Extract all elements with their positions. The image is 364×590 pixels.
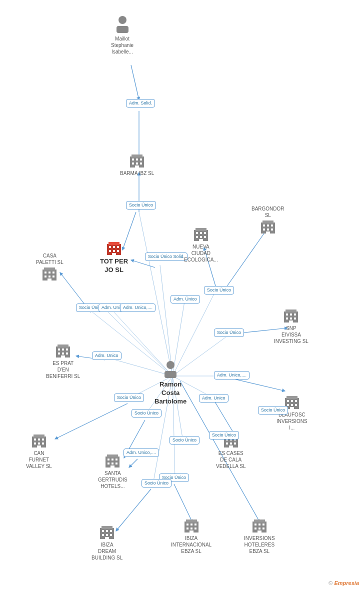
badge-adm-unico-right[interactable]: Adm. Unico,.... <box>214 371 250 380</box>
badge-socio-unico-ramon[interactable]: Socio Único <box>114 394 144 402</box>
maillot-label: Maillot Stephanie Isabelle... <box>111 36 134 55</box>
svg-rect-64 <box>199 239 203 241</box>
badge-socio-unico-ramon2[interactable]: Socio Único <box>132 409 162 418</box>
svg-rect-138 <box>110 466 114 468</box>
adm-unico-right-badge[interactable]: Adm. Unico,.... <box>214 371 250 380</box>
building-icon-barma <box>129 152 145 168</box>
socio-unico-santa-badge[interactable]: Socio Único <box>170 436 200 444</box>
nueva-label: NUEVA CIUDAD ECOLOGICA... <box>184 244 218 263</box>
svg-rect-165 <box>258 530 262 532</box>
svg-rect-131 <box>107 454 118 458</box>
adm-unico-tot2-badge[interactable]: Adm. Unico,.... <box>120 304 156 312</box>
badge-adm-solid-top[interactable]: Adm. Solid. <box>126 99 155 108</box>
node-ibiza-internacional[interactable]: IBIZA INTERNACIONAL EBZA SL <box>171 518 212 554</box>
svg-rect-144 <box>102 534 104 536</box>
badge-adm-unico-tot2[interactable]: Adm. Unico,.... <box>120 304 156 312</box>
svg-line-20 <box>139 212 172 376</box>
svg-rect-51 <box>117 246 119 248</box>
svg-rect-105 <box>287 400 289 402</box>
svg-rect-86 <box>290 314 292 316</box>
badge-adm-unico-prat[interactable]: Adm. Unico <box>92 352 122 360</box>
socio-unico-blaufosc-badge[interactable]: Socio Único <box>258 406 288 414</box>
socio-unico-dream-badge[interactable]: Socio Único <box>142 479 172 488</box>
node-ibiza-dream[interactable]: IBIZA DREAM BUILDING SL <box>92 524 122 561</box>
badge-socio-unico-barma[interactable]: Socio Único <box>126 201 156 210</box>
watermark: © Empresia <box>328 580 359 586</box>
blaufosc-label: BLAUFOSC INVERSIONS I... <box>276 412 308 431</box>
badge-socio-unico-blaufosc[interactable]: Socio Único <box>258 406 288 414</box>
svg-rect-118 <box>38 442 40 444</box>
badge-adm-unico-santa[interactable]: Adm. Unico,.... <box>124 448 159 457</box>
socio-unico-nueva-badge[interactable]: Socio Único <box>204 286 234 294</box>
badge-socio-unico-dream[interactable]: Socio Único <box>142 479 172 488</box>
barma-label: BARMA IBZ SL <box>120 170 154 176</box>
svg-rect-62 <box>200 236 202 238</box>
svg-rect-147 <box>105 537 109 539</box>
node-snp[interactable]: SNP EIVISSA INVESTING SL <box>274 308 308 344</box>
svg-rect-149 <box>186 520 197 522</box>
svg-rect-97 <box>58 352 60 354</box>
socio-unico-ramon-badge[interactable]: Socio Único <box>114 394 144 402</box>
svg-rect-44 <box>136 162 138 164</box>
adm-solid-badge[interactable]: Adm. Solid. <box>126 99 155 108</box>
svg-rect-75 <box>44 268 55 270</box>
svg-rect-164 <box>262 528 264 530</box>
svg-rect-111 <box>290 407 294 409</box>
svg-rect-87 <box>294 314 296 316</box>
svg-rect-67 <box>263 224 265 226</box>
node-santa-gertrudis[interactable]: SANTA GERTRUDIS HOTELS... <box>98 452 128 490</box>
svg-rect-159 <box>254 524 256 526</box>
svg-rect-129 <box>229 446 233 448</box>
socio-unico-snp-badge[interactable]: Socio Único <box>214 328 244 337</box>
node-es-prat[interactable]: ES PRAT D'EN BENIFERRI SL <box>46 342 80 380</box>
badge-adm-unico-middle[interactable]: Adm. Único <box>170 295 200 304</box>
svg-rect-91 <box>289 320 293 322</box>
socio-unico-ramon2-badge[interactable]: Socio Único <box>132 409 162 418</box>
es-cases-label: ES CASES DE CALA VEDELLA SL <box>216 450 246 470</box>
svg-rect-39 <box>132 154 142 158</box>
adm-unico-middle-badge[interactable]: Adm. Único <box>170 295 200 304</box>
svg-rect-99 <box>66 352 68 354</box>
adm-unico-prat-badge[interactable]: Adm. Unico <box>92 352 122 360</box>
badge-socio-unico-escases[interactable]: Socio Único <box>209 431 239 440</box>
building-icon-prat <box>55 342 71 358</box>
svg-rect-77 <box>48 272 50 274</box>
svg-rect-66 <box>262 220 274 224</box>
node-bargondor[interactable]: BARGONDOR SL <box>252 204 284 234</box>
socio-unico-solid-badge[interactable]: Socio Único Solid. <box>145 252 188 261</box>
svg-rect-106 <box>291 400 293 402</box>
badge-socio-unico-santa[interactable]: Socio Único <box>170 436 200 444</box>
node-tot-per-jo[interactable]: TOT PER JO SL <box>100 240 128 274</box>
adm-unico-right2-badge[interactable]: Adm. Unico <box>199 394 228 402</box>
svg-line-16 <box>129 459 138 468</box>
svg-line-4 <box>131 260 155 268</box>
node-barma[interactable]: BARMA IBZ SL <box>120 152 154 176</box>
node-ramon[interactable]: Ramon Costa Bartolome <box>154 360 186 406</box>
socio-unico-barma-badge[interactable]: Socio Único <box>126 201 156 210</box>
node-maillot[interactable]: Maillot Stephanie Isabelle... <box>111 15 134 55</box>
svg-rect-158 <box>254 520 265 522</box>
svg-rect-100 <box>61 356 65 358</box>
svg-rect-110 <box>295 404 297 406</box>
svg-rect-146 <box>110 534 112 536</box>
svg-rect-133 <box>112 458 114 460</box>
svg-rect-137 <box>116 462 118 464</box>
adm-unico-santa-badge[interactable]: Adm. Unico,.... <box>124 448 159 457</box>
svg-rect-70 <box>263 228 265 230</box>
badge-socio-unico-snp[interactable]: Socio Único <box>214 328 244 337</box>
node-nueva-ciudad[interactable]: NUEVA CIUDAD ECOLOGICA... <box>184 226 218 263</box>
svg-rect-80 <box>48 276 50 278</box>
svg-rect-107 <box>295 400 297 402</box>
svg-rect-68 <box>267 224 269 226</box>
socio-unico-escases-badge[interactable]: Socio Único <box>209 431 239 440</box>
svg-rect-73 <box>266 232 270 234</box>
node-inversions[interactable]: INVERSIONS HOTELERES EBZA SL <box>244 518 275 554</box>
svg-rect-161 <box>262 524 264 526</box>
badge-socio-unico-nueva[interactable]: Socio Único <box>204 286 234 294</box>
badge-adm-unico-right2[interactable]: Adm. Unico <box>199 394 228 402</box>
node-casa-paletti[interactable]: CASA PALETTI SL <box>36 251 64 282</box>
svg-rect-52 <box>109 250 111 252</box>
node-can-furnet[interactable]: CAN FURNET VALLEY SL <box>26 432 52 470</box>
badge-socio-unico-solid[interactable]: Socio Único Solid. <box>145 252 188 261</box>
svg-rect-142 <box>106 530 108 532</box>
